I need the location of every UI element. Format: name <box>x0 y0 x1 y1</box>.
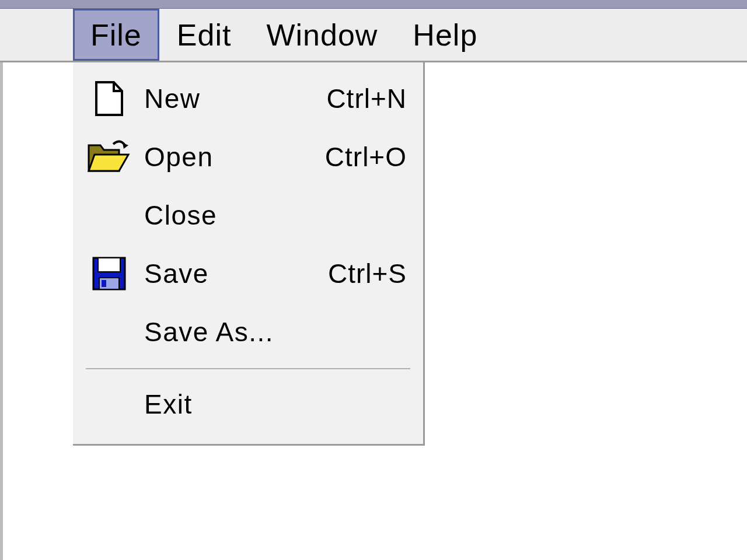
menu-edit-label: Edit <box>177 18 232 52</box>
menu-item-save-as[interactable]: Save As... <box>73 303 423 361</box>
menu-window[interactable]: Window <box>249 9 395 61</box>
blank-icon <box>86 313 132 351</box>
file-dropdown: New Ctrl+N Open Ctrl+O Close <box>73 62 425 446</box>
menu-item-new-shortcut: Ctrl+N <box>326 83 407 114</box>
menu-edit[interactable]: Edit <box>159 9 249 61</box>
menubar: File Edit Window Help <box>0 9 747 62</box>
blank-icon <box>86 386 132 423</box>
window-titlebar <box>0 0 747 9</box>
svg-marker-1 <box>89 155 128 171</box>
menu-item-open-shortcut: Ctrl+O <box>325 141 407 173</box>
menu-item-save[interactable]: Save Ctrl+S <box>73 244 423 303</box>
menu-file[interactable]: File <box>73 9 159 61</box>
svg-marker-0 <box>96 82 122 115</box>
menu-item-new[interactable]: New Ctrl+N <box>73 69 423 128</box>
menu-window-label: Window <box>266 18 378 52</box>
menu-help-label: Help <box>413 18 477 52</box>
menu-item-close-label: Close <box>144 200 407 231</box>
new-file-icon <box>86 80 132 117</box>
open-folder-icon <box>86 138 132 176</box>
dropdown-separator <box>86 368 410 369</box>
menu-item-save-label: Save <box>144 258 328 289</box>
svg-rect-6 <box>102 280 106 287</box>
svg-rect-4 <box>98 258 120 272</box>
blank-icon <box>86 197 132 234</box>
svg-marker-2 <box>123 143 128 149</box>
save-disk-icon <box>86 255 132 292</box>
menu-item-open[interactable]: Open Ctrl+O <box>73 128 423 186</box>
menu-item-open-label: Open <box>144 141 325 173</box>
menu-item-save-shortcut: Ctrl+S <box>328 258 407 289</box>
menu-item-exit[interactable]: Exit <box>73 375 423 433</box>
menu-item-close[interactable]: Close <box>73 186 423 244</box>
menu-item-new-label: New <box>144 83 326 114</box>
menu-item-exit-label: Exit <box>144 388 407 420</box>
menu-item-save-as-label: Save As... <box>144 316 407 348</box>
content-area: New Ctrl+N Open Ctrl+O Close <box>0 62 747 560</box>
menu-file-label: File <box>90 18 142 52</box>
menu-help[interactable]: Help <box>395 9 495 61</box>
